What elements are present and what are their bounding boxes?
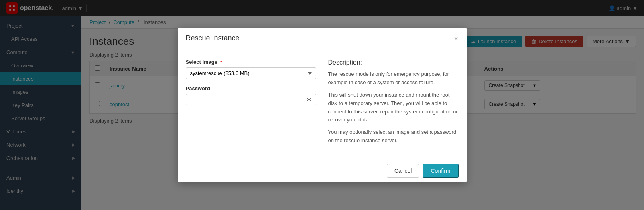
modal-footer: Cancel Confirm bbox=[178, 159, 467, 182]
select-image-group: Select Image * systemrescue (853.0 MB) bbox=[186, 59, 316, 79]
select-image-dropdown[interactable]: systemrescue (853.0 MB) bbox=[186, 67, 316, 79]
password-wrapper: 👁 bbox=[186, 94, 316, 105]
password-group: Password 👁 bbox=[186, 85, 316, 105]
modal-close-button[interactable]: × bbox=[454, 34, 459, 42]
password-label: Password bbox=[186, 85, 316, 91]
toggle-password-icon[interactable]: 👁 bbox=[306, 96, 312, 103]
required-star: * bbox=[220, 59, 222, 65]
confirm-button[interactable]: Confirm bbox=[423, 164, 458, 178]
password-input[interactable] bbox=[186, 94, 316, 105]
select-image-label: Select Image * bbox=[186, 59, 316, 65]
description-para-1: The rescue mode is only for emergency pu… bbox=[328, 70, 459, 87]
modal-overlay: Rescue Instance × Select Image * systemr… bbox=[0, 0, 644, 210]
description-para-2: This will shut down your instance and mo… bbox=[328, 91, 459, 124]
rescue-instance-modal: Rescue Instance × Select Image * systemr… bbox=[178, 28, 467, 182]
modal-left-panel: Select Image * systemrescue (853.0 MB) P… bbox=[186, 59, 316, 149]
modal-header: Rescue Instance × bbox=[178, 28, 467, 49]
description-para-3: You may optionally select an image and s… bbox=[328, 128, 459, 145]
modal-title: Rescue Instance bbox=[186, 34, 240, 42]
modal-right-panel: Description: The rescue mode is only for… bbox=[328, 59, 459, 149]
description-title: Description: bbox=[328, 59, 459, 66]
modal-body: Select Image * systemrescue (853.0 MB) P… bbox=[178, 49, 467, 158]
cancel-button[interactable]: Cancel bbox=[387, 164, 420, 178]
